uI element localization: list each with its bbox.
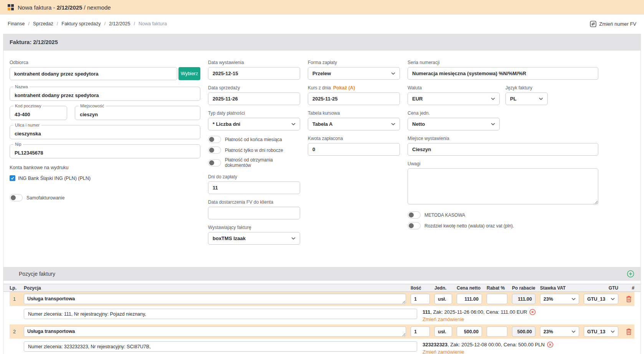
nip-label: Nip (13, 142, 23, 147)
tabela-kursowa-select[interactable]: Tabela A (308, 118, 400, 130)
odbiorca-label: Odbiorca (10, 60, 200, 65)
wystawiajacy-select[interactable]: boxTMS Izaak (208, 232, 300, 245)
item-2-unit-input[interactable] (434, 326, 452, 337)
metoda-kasowa-label: METODA KASOWA (424, 212, 465, 218)
chevron-down-icon (291, 237, 296, 240)
data-sprzedazy-input[interactable] (208, 92, 300, 105)
chevron-down-icon (391, 72, 395, 75)
samofakturowanie-label: Samofakturowanie (26, 195, 64, 201)
item-2-order-note-input[interactable] (24, 341, 417, 352)
change-fv-number-button[interactable]: Zmień numer FV (590, 21, 636, 27)
item-2-net-input[interactable] (457, 326, 482, 337)
kod-pocztowy-label: Kod pocztowy (13, 104, 43, 108)
data-dostarczenia-label: Data dostarczenia FV do klienta (208, 199, 300, 205)
breadcrumb-current: Nowa faktura (139, 21, 167, 26)
waluta-label: Waluta (408, 85, 500, 91)
item-1-qty-input[interactable] (411, 294, 430, 304)
tabela-kursowa-label: Tabela kursowa (308, 110, 400, 116)
bank-account-checkbox-row[interactable]: ING Bank Śląski ING (PLN) (PLN) (10, 175, 200, 181)
cena-jedn-select[interactable]: Netto (408, 118, 500, 130)
platnosc-otrzymanie-dokumentow-toggle[interactable] (208, 159, 221, 166)
delete-item-2-trash-icon[interactable] (626, 328, 632, 335)
uwagi-label: Uwagi (408, 161, 598, 166)
breadcrumb-number[interactable]: 2/12/2025 (109, 21, 130, 26)
swap-icon (590, 21, 596, 27)
item-1-net-input[interactable] (457, 294, 482, 304)
chevron-down-icon (611, 298, 615, 300)
column-payment: Forma zapłaty Przelew Kurs z dnia Pokaż … (308, 60, 400, 161)
typ-daty-platnosci-label: Typ daty płatności (208, 110, 300, 116)
invoice-card-header: Faktura: 2/12/2025 (3, 34, 641, 51)
item-2-lp: 2 (10, 329, 19, 334)
item-1-unit-input[interactable] (434, 294, 452, 304)
nazwa-field[interactable]: Nazwa kontrahent dodany przez spedytora (10, 87, 200, 101)
forma-zaplaty-label: Forma zapłaty (308, 60, 400, 65)
ulica-field[interactable]: Ulica i numer cieszynska (10, 125, 200, 139)
platnosc-koniec-miesiaca-toggle[interactable] (208, 136, 221, 143)
rozdziel-kwote-toggle[interactable] (408, 222, 421, 229)
miejsce-wystawienia-input[interactable] (408, 143, 598, 156)
breadcrumb-sprzedaz[interactable]: Sprzedaż (33, 21, 53, 26)
data-wystawienia-input[interactable] (208, 67, 300, 80)
window-title: Nowa faktura - 2/12/2025 / nexmode (18, 4, 111, 11)
samofakturowanie-row: Samofakturowanie (10, 194, 200, 201)
breadcrumb-faktury[interactable]: Faktury sprzedaży (61, 21, 101, 26)
item-row-2-details: 323232323, Zak: 2025-12-08 00:00, Cena: … (10, 339, 634, 354)
kod-pocztowy-field[interactable]: Kod pocztowy 43-400 (10, 106, 67, 120)
item-row-1: 1 Usługa transportowa 23% GTU_13 (10, 292, 634, 306)
top-bar: Nowa faktura - 2/12/2025 / nexmode (0, 0, 644, 15)
dni-do-zaplaty-input[interactable] (208, 181, 300, 194)
rozdziel-kwote-row: Rozdziel kwotę netto (waluta) oraz vat (… (408, 222, 598, 229)
kwota-zaplacona-input[interactable] (308, 143, 400, 156)
item-row-2: 2 Usługa transportowa 23% GTU_13 (10, 324, 634, 339)
item-2-qty-input[interactable] (411, 326, 430, 337)
odbiorca-input[interactable] (10, 67, 177, 80)
remove-order-2-icon[interactable] (547, 341, 553, 348)
miejscowosc-field[interactable]: Miejscowość cieszyn (75, 106, 200, 120)
waluta-select[interactable]: EUR (408, 92, 500, 105)
delete-item-1-trash-icon[interactable] (626, 295, 632, 303)
jezyk-faktury-select[interactable]: PL (505, 92, 548, 105)
item-2-vat-select[interactable]: 23% (540, 326, 579, 337)
chevron-down-icon (571, 298, 576, 300)
change-order-2-link[interactable]: Zmień zamówienie (423, 349, 464, 354)
samofakturowanie-toggle[interactable] (10, 194, 23, 201)
platnosc-dni-robocze-row: Płatność tylko w dni robocze (208, 147, 300, 154)
item-2-name-input[interactable]: Usługa transportowa (24, 326, 406, 337)
item-1-name-input[interactable]: Usługa transportowa (24, 294, 406, 304)
breadcrumb-finanse[interactable]: Finanse (8, 21, 25, 26)
kurs-z-dnia-label: Kurs z dnia (308, 85, 331, 91)
item-1-order-note-input[interactable] (24, 309, 417, 319)
item-2-gtu-select[interactable]: GTU_13 (584, 326, 618, 337)
chevron-down-icon (491, 123, 495, 125)
item-1-gtu-select[interactable]: GTU_13 (584, 294, 618, 304)
metoda-kasowa-toggle[interactable] (408, 211, 421, 219)
data-dostarczenia-input[interactable] (208, 207, 300, 219)
chevron-down-icon (291, 123, 296, 125)
pokaz-kurs-link[interactable]: Pokaż (A) (333, 85, 355, 91)
cena-jedn-label: Cena jedn. (408, 110, 500, 116)
invoice-form: Odbiorca Wybierz Nazwa kontrahent dodany… (3, 51, 641, 267)
item-2-after-discount (512, 326, 535, 337)
add-item-plus-icon[interactable] (627, 270, 634, 278)
kurs-z-dnia-input[interactable] (308, 92, 400, 105)
platnosc-dni-robocze-toggle[interactable] (208, 147, 221, 154)
platnosc-otrzymanie-dokumentow-row: Płatność od otrzymania dokumentów (208, 157, 300, 168)
change-order-1-link[interactable]: Zmień zamówienie (423, 316, 464, 322)
item-1-order-info: 111, Zak: 2025-11-26 06:00, Cena: 111.00… (423, 309, 536, 322)
item-1-vat-select[interactable]: 23% (540, 294, 579, 304)
dni-do-zaplaty-label: Dni do zapłaty (208, 174, 300, 179)
nazwa-label: Nazwa (13, 84, 30, 89)
seria-numeracji-input[interactable] (408, 67, 598, 80)
remove-order-1-icon[interactable] (529, 309, 536, 315)
nip-field[interactable]: Nip PL12345678 (10, 144, 200, 158)
wybierz-button[interactable]: Wybierz (178, 67, 200, 80)
forma-zaplaty-select[interactable]: Przelew (308, 67, 400, 80)
bank-checkbox[interactable] (10, 175, 15, 181)
item-2-discount-input[interactable] (487, 326, 507, 337)
pozycje-faktury-title: Pozycje faktury (10, 271, 55, 277)
item-1-discount-input[interactable] (487, 294, 507, 304)
breadcrumb: Finanse / Sprzedaż / Faktury sprzedaży /… (8, 21, 167, 26)
uwagi-textarea[interactable] (408, 168, 598, 204)
typ-daty-platnosci-select[interactable]: * Liczba dni (208, 118, 300, 130)
